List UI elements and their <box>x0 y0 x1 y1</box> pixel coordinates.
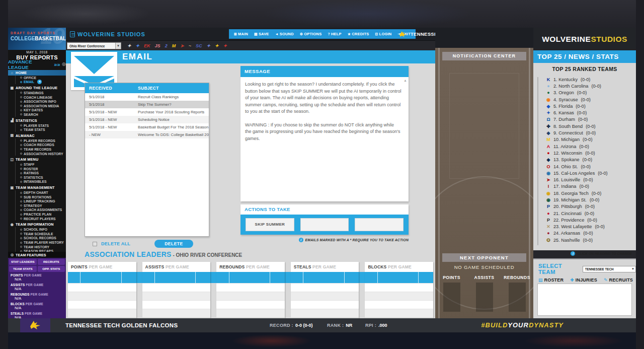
conference-team-logo-11[interactable]: ✦ <box>215 42 219 50</box>
top25-team-row[interactable]: P20. Pittsburgh(0-0) <box>545 203 608 210</box>
leader-empty-row[interactable] <box>365 283 433 292</box>
top25-team-row[interactable]: ●3. Oregon(0-0) <box>545 90 608 96</box>
top25-team-row[interactable]: ●24. Arkansas(0-0) <box>545 230 608 237</box>
conference-team-logo-9[interactable]: SC <box>196 42 202 50</box>
leader-selected-row[interactable] <box>68 272 136 283</box>
top25-team-row[interactable]: ✤8. South Bend(0-0) <box>545 123 608 129</box>
sidebar-item-sub-rotations[interactable]: SUB ROTATIONS <box>15 195 66 199</box>
sidebar-item-ratings[interactable]: RATINGS <box>15 171 66 176</box>
top25-team-row[interactable]: ➤16. Louisville(0-0) <box>545 176 608 183</box>
leader-empty-row[interactable] <box>291 283 359 292</box>
sidebar-item-roster[interactable]: ROSTER <box>15 167 66 171</box>
sidebar-item-intangibles[interactable]: INTANGIBLES <box>15 180 66 184</box>
menu-options[interactable]: ⚙OPTIONS <box>297 32 325 36</box>
leader-empty-row[interactable] <box>68 292 136 300</box>
top25-team-row[interactable]: ◉18. Georgia Tech(0-0) <box>545 190 608 196</box>
sidebar-item-player-records[interactable]: PLAYER RECORDS <box>15 138 66 143</box>
top25-team-row[interactable]: ✦6. Kansas(0-0) <box>545 109 608 116</box>
leader-empty-row[interactable] <box>216 292 285 300</box>
sidebar-item-coach-records[interactable]: COACH RECORDS <box>15 143 66 148</box>
features-tab-recruits[interactable]: RECRUITS <box>38 259 65 265</box>
conference-team-logo-5[interactable]: 2 <box>165 42 168 50</box>
leader-empty-row[interactable] <box>291 300 359 309</box>
conference-team-logo-10[interactable]: ✦ <box>206 42 210 50</box>
team-dropdown[interactable]: TENNESSEE TECH ▼ <box>583 266 636 272</box>
advance-league-button[interactable]: ADVANCE LEAGUE »» ⊕ <box>8 61 66 68</box>
sidebar-item-search[interactable]: SEARCH <box>15 112 66 117</box>
top25-team-row[interactable]: P22. Providence(0-0) <box>545 217 608 223</box>
leader-empty-row[interactable] <box>365 309 433 317</box>
menu-main[interactable]: ⊞MAIN <box>231 32 251 36</box>
conference-team-logo-7[interactable]: ➤ <box>180 42 184 50</box>
top25-team-row[interactable]: Ω7. Durham(0-0) <box>545 116 608 123</box>
top25-team-row[interactable]: ◉4. Syracuse(0-0) <box>545 96 608 103</box>
leader-empty-row[interactable] <box>216 309 285 317</box>
top25-scrollbar[interactable] <box>537 77 538 245</box>
leader-empty-row[interactable] <box>142 300 211 309</box>
leader-selected-row[interactable] <box>291 272 359 283</box>
top25-team-row[interactable]: K1. Kentucky(0-0) <box>545 76 608 83</box>
top25-team-row[interactable]: ◆9. Connecticut(0-0) <box>545 129 608 136</box>
email-row[interactable]: 5/1/2018Recruit Class Rankings <box>85 93 209 101</box>
leader-empty-row[interactable] <box>291 309 359 317</box>
sidebar-item-team-records[interactable]: TEAM RECORDS <box>15 147 66 152</box>
scroll-up-arrow[interactable]: ▲ <box>404 79 407 82</box>
sidebar-item-office[interactable]: OFFICE <box>15 76 66 80</box>
top25-team-row[interactable]: I17. Indiana(0-0) <box>545 183 608 190</box>
sidebar-section-home[interactable]: ⌂HOME <box>8 70 66 76</box>
top25-team-row[interactable]: ◆5. Florida(0-0) <box>545 103 608 109</box>
sidebar-item-email[interactable]: EMAIL4 <box>15 80 66 85</box>
leader-empty-row[interactable] <box>68 309 136 317</box>
leader-empty-row[interactable] <box>68 300 136 309</box>
features-tab-opp-stats[interactable]: OPP. STATS <box>38 266 65 272</box>
roster-link[interactable]: ▤ROSTER <box>538 277 564 283</box>
sidebar-section-statistics[interactable]: ▟STATISTICS <box>8 118 66 123</box>
features-tab-stat-leaders[interactable]: STAT LEADERS <box>9 259 37 265</box>
conference-team-logo-8[interactable]: ~ <box>189 42 191 50</box>
top25-team-row[interactable]: ●2. North Carolina(0-0) <box>545 83 608 89</box>
top25-news-stats-header[interactable]: TOP 25 / NEWS / STATS <box>533 50 636 63</box>
email-row[interactable]: 5/1/2018Skip The Summer? <box>85 101 209 108</box>
sidebar-item-association-history[interactable]: ASSOCIATION HISTORY <box>15 152 66 156</box>
recruits-link[interactable]: ✎RECRUITS <box>604 277 633 283</box>
leader-empty-row[interactable] <box>365 292 433 300</box>
email-row[interactable]: 5/1/2018 - NEWPurchase Your 2018 Scoutin… <box>85 108 209 116</box>
injuries-link[interactable]: ✚INJURIES <box>570 277 597 283</box>
menu-sound[interactable]: ◄SOUND <box>272 32 297 36</box>
sidebar-item-recruit-players[interactable]: RECRUIT PLAYERS <box>15 217 66 221</box>
skip-summer-button[interactable]: SKIP SUMMER <box>246 218 294 231</box>
leader-empty-row[interactable] <box>142 292 211 300</box>
menu-save[interactable]: ▤SAVE <box>251 32 272 36</box>
conference-team-logo-12[interactable]: ✦ <box>223 42 227 50</box>
top25-team-row[interactable]: M10. Michigan(0-0) <box>545 136 608 143</box>
leader-empty-row[interactable] <box>142 309 211 317</box>
sidebar-item-team-player-history[interactable]: TEAM PLAYER HISTORY <box>15 240 66 245</box>
top25-team-row[interactable]: ●12. Wisconsin(0-0) <box>545 150 608 156</box>
menu-login[interactable]: ⊡LOGIN <box>372 32 395 36</box>
leader-empty-row[interactable] <box>68 283 136 292</box>
leader-empty-row[interactable] <box>365 300 433 309</box>
top25-team-row[interactable]: ◉15. Cal-Los Angeles(0-0) <box>545 170 608 176</box>
menu-credits[interactable]: ★CREDITS <box>345 32 372 36</box>
sidebar-item-team-schedule[interactable]: TEAM SCHEDULE <box>15 232 66 236</box>
sidebar-section-team-management[interactable]: ▣TEAM MANAGEMENT <box>8 185 66 190</box>
sidebar-item-strategy[interactable]: STRATEGY <box>15 203 66 208</box>
sidebar-section-team-information[interactable]: ◉TEAM INFORMATION <box>8 222 66 227</box>
empty-action-slot-1[interactable] <box>300 218 349 231</box>
sidebar-item-depth-chart[interactable]: DEPTH CHART <box>15 190 66 195</box>
sidebar-item-coach-lineage[interactable]: COACH LINEAGE <box>15 95 66 100</box>
delete-all-checkbox[interactable] <box>93 242 97 246</box>
sidebar-item-lineup-tracking[interactable]: LINEUP TRACKING <box>15 199 66 203</box>
sidebar-item-school-info[interactable]: SCHOOL INFO <box>15 227 66 232</box>
leader-empty-row[interactable] <box>291 292 359 300</box>
leader-empty-row[interactable] <box>216 283 285 292</box>
sidebar-item-practice-plan[interactable]: PRACTICE PLAN <box>15 212 66 217</box>
leader-selected-row[interactable] <box>216 272 285 283</box>
conference-team-logo-2[interactable]: ✦ <box>136 42 140 50</box>
sidebar-section-around-the-league[interactable]: ▦AROUND THE LEAGUE <box>8 85 66 91</box>
column-received[interactable]: RECEIVED <box>85 86 138 91</box>
email-row[interactable]: 5/1/2018 - NEWBasketball Budget For The … <box>85 123 209 131</box>
menu-help[interactable]: ?HELP <box>325 32 344 36</box>
sidebar-item-statistics[interactable]: STATISTICS <box>15 175 66 180</box>
sidebar-item-team-stats[interactable]: TEAM STATS <box>15 127 66 132</box>
